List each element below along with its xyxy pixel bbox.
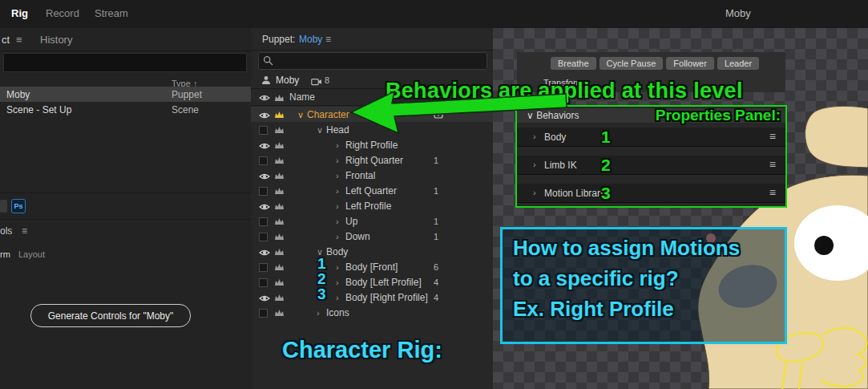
behaviors-panel: ∨ Behaviors › Body ≡ › Limb IK ≡ › Motio… bbox=[517, 107, 785, 206]
project-row[interactable]: Scene - Set Up Scene bbox=[0, 102, 251, 117]
project-filter-box[interactable] bbox=[3, 53, 247, 72]
tab-rig[interactable]: Rig bbox=[11, 7, 28, 19]
project-row[interactable]: Moby Puppet bbox=[0, 87, 251, 102]
tab-history[interactable]: History bbox=[40, 34, 72, 46]
crown-icon[interactable] bbox=[274, 278, 285, 289]
expand-arrow[interactable]: › bbox=[533, 188, 536, 197]
crown-icon[interactable] bbox=[274, 293, 285, 304]
expand-arrow[interactable]: › bbox=[533, 132, 536, 141]
crown-icon[interactable] bbox=[274, 247, 285, 258]
generate-controls-button[interactable]: Generate Controls for "Moby" bbox=[30, 304, 191, 327]
expand-arrow[interactable]: › bbox=[336, 217, 339, 226]
tree-row[interactable]: ∨ Character bbox=[251, 107, 493, 122]
expand-arrow[interactable]: ∨ bbox=[297, 110, 304, 120]
tree-row[interactable]: › Icons bbox=[251, 305, 493, 320]
photoshop-icon[interactable]: Ps bbox=[11, 199, 26, 213]
behavior-menu-icon[interactable]: ≡ bbox=[769, 158, 776, 171]
tag-cycle-pause-button[interactable]: Cycle Pause bbox=[600, 57, 664, 70]
expand-arrow[interactable]: ∨ bbox=[527, 110, 534, 121]
tree-row[interactable]: › Body [Front] 6 bbox=[251, 259, 493, 274]
expand-arrow[interactable]: › bbox=[336, 186, 339, 196]
tree-row[interactable]: › Right Quarter 1 bbox=[251, 152, 493, 168]
expand-arrow[interactable]: › bbox=[336, 201, 339, 211]
app-icon-partial[interactable] bbox=[0, 200, 7, 213]
expand-arrow[interactable]: › bbox=[336, 232, 339, 241]
tree-row[interactable]: ∨ Head bbox=[251, 122, 493, 137]
tree-row[interactable]: › Body [Right Profile] 4 bbox=[251, 290, 493, 305]
expand-arrow[interactable]: › bbox=[336, 293, 339, 302]
expand-arrow[interactable]: › bbox=[336, 262, 339, 272]
tree-row[interactable]: › Left Profile bbox=[251, 198, 493, 213]
behavior-row[interactable]: › Limb IK ≡ bbox=[517, 156, 785, 175]
eye-icon[interactable] bbox=[259, 294, 270, 305]
tree-row[interactable]: ∨ Body bbox=[251, 244, 493, 259]
tree-row[interactable]: › Body [Left Profile] 4 bbox=[251, 274, 493, 290]
visibility-checkbox[interactable] bbox=[259, 309, 268, 320]
behavior-row[interactable]: › Motion Library ≡ bbox=[517, 184, 785, 203]
puppet-root-row[interactable]: Moby 8 bbox=[251, 71, 493, 89]
eye-icon[interactable] bbox=[259, 248, 270, 259]
puppet-name-link[interactable]: Moby bbox=[299, 34, 322, 45]
tree-row[interactable]: › Left Quarter 1 bbox=[251, 183, 493, 198]
behavior-menu-icon[interactable]: ≡ bbox=[769, 186, 776, 199]
layer-label: Right Quarter bbox=[345, 155, 403, 166]
panel-menu-icon[interactable]: ≡ bbox=[325, 34, 331, 45]
expand-arrow[interactable]: › bbox=[336, 140, 339, 150]
panel-menu-icon[interactable]: ≡ bbox=[16, 34, 22, 46]
eye-icon[interactable] bbox=[259, 141, 270, 152]
tab-layout[interactable]: Layout bbox=[18, 249, 45, 259]
layer-label: Body [Right Profile] bbox=[345, 292, 428, 303]
visibility-checkbox[interactable] bbox=[259, 263, 268, 274]
eye-icon[interactable] bbox=[259, 93, 270, 104]
eye-icon[interactable] bbox=[259, 202, 270, 213]
tab-record[interactable]: Record bbox=[46, 7, 79, 19]
tag-leader-button[interactable]: Leader bbox=[717, 57, 759, 70]
expand-arrow[interactable]: › bbox=[533, 160, 536, 169]
expand-arrow[interactable]: › bbox=[336, 171, 339, 180]
tree-row[interactable]: › Right Profile bbox=[251, 137, 493, 152]
crown-icon[interactable] bbox=[274, 140, 285, 152]
crown-icon[interactable] bbox=[274, 217, 285, 228]
expand-arrow[interactable]: ∨ bbox=[317, 247, 323, 257]
scene-viewport[interactable]: Breathe Cycle Pause Follower Leader Tran… bbox=[493, 28, 868, 389]
tab-stream[interactable]: Stream bbox=[95, 7, 128, 19]
tree-row[interactable]: › Frontal bbox=[251, 168, 493, 183]
tree-row[interactable]: › Down 1 bbox=[251, 229, 493, 244]
eye-icon[interactable] bbox=[259, 111, 270, 122]
crown-icon[interactable] bbox=[274, 110, 285, 121]
crown-icon[interactable] bbox=[274, 125, 285, 136]
expand-arrow[interactable]: ∨ bbox=[317, 125, 323, 136]
crown-icon[interactable] bbox=[274, 232, 285, 243]
behavior-row[interactable]: › Body ≡ bbox=[517, 128, 785, 147]
visibility-checkbox[interactable] bbox=[259, 187, 268, 198]
transform-section-label[interactable]: Transform bbox=[543, 78, 583, 87]
crown-icon[interactable] bbox=[274, 171, 285, 182]
visibility-checkbox[interactable] bbox=[259, 233, 268, 244]
crown-icon[interactable] bbox=[274, 186, 285, 197]
app-window: Rig Record Stream Moby ct ≡ History Type… bbox=[0, 0, 868, 389]
visibility-checkbox[interactable] bbox=[259, 156, 268, 168]
tag-follower-button[interactable]: Follower bbox=[666, 57, 714, 70]
tab-transform-partial[interactable]: rm bbox=[0, 249, 10, 259]
visibility-checkbox[interactable] bbox=[259, 278, 268, 290]
expand-arrow[interactable]: › bbox=[317, 308, 320, 318]
badge-icon[interactable] bbox=[434, 109, 443, 121]
expand-arrow[interactable]: › bbox=[336, 278, 339, 287]
tab-project-partial[interactable]: ct bbox=[2, 34, 10, 46]
puppet-search-input[interactable] bbox=[258, 52, 487, 70]
visibility-checkbox[interactable] bbox=[259, 217, 268, 229]
tree-row[interactable]: › Up 1 bbox=[251, 213, 493, 229]
tag-breathe-button[interactable]: Breathe bbox=[551, 57, 596, 70]
layer-label: Body [Left Profile] bbox=[345, 277, 422, 288]
eye-icon[interactable] bbox=[259, 172, 270, 183]
visibility-checkbox[interactable] bbox=[259, 126, 268, 137]
crown-icon[interactable] bbox=[274, 308, 285, 319]
panel-menu-icon[interactable]: ≡ bbox=[22, 225, 27, 237]
behavior-menu-icon[interactable]: ≡ bbox=[769, 130, 776, 143]
puppet-root-name: Moby bbox=[276, 75, 299, 86]
expand-arrow[interactable]: › bbox=[336, 156, 339, 165]
crown-icon[interactable] bbox=[274, 201, 285, 213]
crown-icon[interactable] bbox=[274, 262, 285, 274]
crown-icon[interactable] bbox=[274, 156, 285, 167]
behaviors-section-header[interactable]: ∨ Behaviors bbox=[517, 108, 785, 123]
